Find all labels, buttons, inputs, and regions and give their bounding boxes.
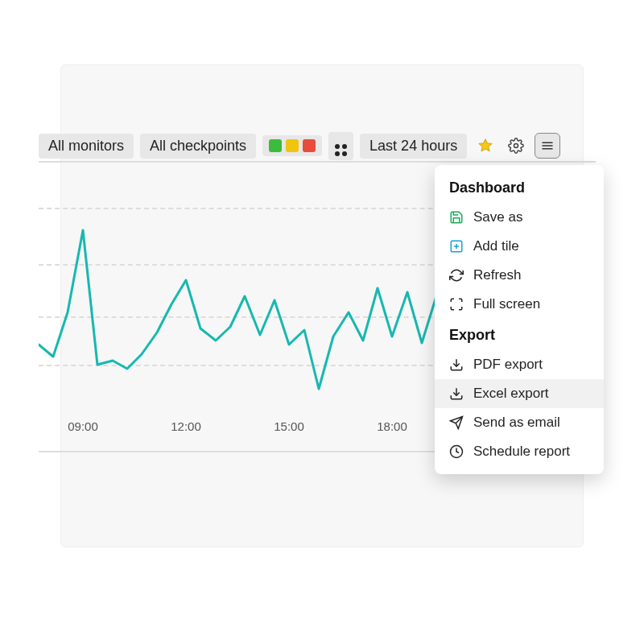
toolbar: All monitors All checkpoints Last 24 hou… [39, 133, 613, 159]
gear-icon [508, 138, 524, 154]
menu-item-label: PDF export [473, 357, 543, 373]
x-tick: 15:00 [274, 419, 304, 433]
menu-schedule-report[interactable]: Schedule report [435, 437, 604, 466]
refresh-icon [449, 268, 464, 283]
svg-point-0 [514, 144, 518, 148]
menu-section-dashboard: Dashboard [435, 176, 604, 203]
menu-excel-export[interactable]: Excel export [435, 379, 604, 408]
hamburger-menu: Dashboard Save as Add tile Refresh Full … [435, 165, 604, 474]
menu-pdf-export[interactable]: PDF export [435, 350, 604, 379]
menu-item-label: Full screen [473, 296, 540, 312]
monitors-filter[interactable]: All monitors [39, 134, 134, 159]
status-error-icon [303, 139, 316, 152]
menu-item-label: Excel export [473, 386, 549, 402]
send-icon [449, 415, 464, 430]
menu-send-email[interactable]: Send as email [435, 408, 604, 437]
menu-save-as[interactable]: Save as [435, 203, 604, 232]
status-ok-icon [269, 139, 282, 152]
toolbar-divider [39, 161, 596, 163]
menu-item-label: Send as email [473, 415, 560, 431]
star-icon [477, 138, 493, 154]
status-warn-icon [286, 139, 299, 152]
x-tick: 12:00 [171, 419, 201, 433]
x-tick: 18:00 [377, 419, 407, 433]
layout-grid-button[interactable] [328, 132, 353, 160]
settings-button[interactable] [504, 134, 528, 158]
menu-refresh[interactable]: Refresh [435, 261, 604, 290]
download-icon [449, 386, 464, 401]
menu-full-screen[interactable]: Full screen [435, 290, 604, 319]
timerange-filter[interactable]: Last 24 hours [360, 134, 467, 159]
clock-icon [449, 444, 464, 459]
menu-button[interactable] [535, 133, 560, 159]
save-icon [449, 210, 464, 225]
favorite-button[interactable] [473, 134, 497, 158]
menu-item-label: Schedule report [473, 444, 570, 460]
download-icon [449, 357, 464, 372]
menu-add-tile[interactable]: Add tile [435, 232, 604, 261]
x-tick: 09:00 [68, 419, 98, 433]
menu-item-label: Add tile [473, 238, 519, 254]
status-filter[interactable] [262, 135, 322, 156]
checkpoints-filter[interactable]: All checkpoints [140, 134, 256, 159]
grid-icon [335, 144, 347, 156]
menu-item-label: Save as [473, 209, 522, 225]
menu-item-label: Refresh [473, 267, 522, 283]
fullscreen-icon [449, 297, 464, 312]
menu-section-export: Export [435, 319, 604, 350]
plus-square-icon [449, 239, 464, 254]
hamburger-icon [540, 138, 555, 153]
chart-line [39, 208, 465, 417]
